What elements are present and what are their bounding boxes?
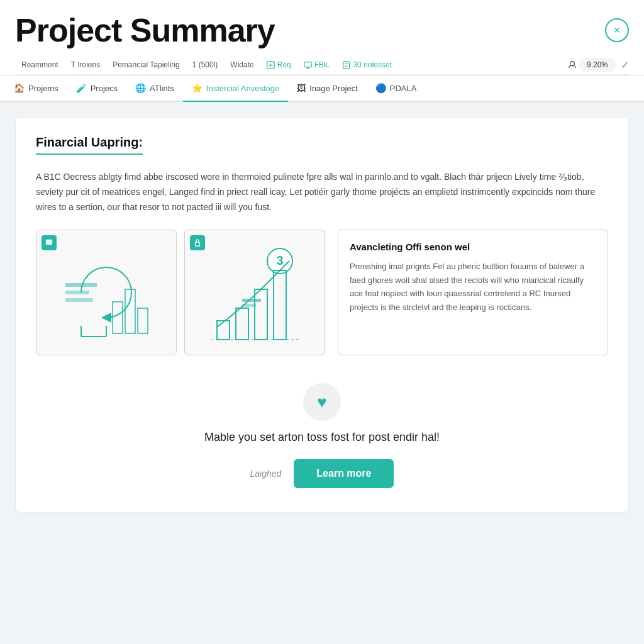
nav-item-pemancial[interactable]: Pemancial Tapieling xyxy=(106,55,186,74)
nav-item-500l[interactable]: 1 (500l) xyxy=(186,55,225,74)
top-nav: Reamment T Iroiens Pemancial Tapieling 1… xyxy=(15,55,629,75)
section-body: A B1C Oecress ablgty fimd abbe irscosed … xyxy=(36,170,608,214)
info-card-body: Prenshing imal prignts Fel au pheric bul… xyxy=(350,260,596,314)
svg-rect-12 xyxy=(125,289,135,333)
close-button[interactable]: × xyxy=(605,18,629,42)
svg-rect-23 xyxy=(217,321,230,340)
progress-badge: 9.20% xyxy=(579,58,616,72)
section-title: Finarcial Uapring: xyxy=(36,135,143,155)
atlints-icon: 🌐 xyxy=(135,83,146,93)
tab-pdala-label: PDALA xyxy=(390,84,417,93)
diagram-right-svg: 3 xyxy=(192,239,318,346)
nav-item-widate[interactable]: Widate xyxy=(224,55,260,74)
cta-text: Mable you set arton toss fost for post e… xyxy=(204,431,440,444)
page-title: Project Summary xyxy=(15,11,275,49)
svg-rect-29 xyxy=(242,304,256,307)
svg-rect-24 xyxy=(236,308,248,340)
pdala-icon: 🔵 xyxy=(375,83,386,93)
nav-item-req[interactable]: Req xyxy=(260,55,297,74)
info-card: Avancleting Offi senon wel Prenshing ima… xyxy=(338,230,608,355)
content-card: Finarcial Uapring: A B1C Oecress ablgty … xyxy=(15,117,629,513)
inage-icon: 🖼 xyxy=(297,83,306,93)
svg-rect-20 xyxy=(196,243,200,247)
svg-rect-15 xyxy=(65,291,89,294)
tab-inage[interactable]: 🖼 Inage Project xyxy=(288,75,367,102)
svg-rect-26 xyxy=(274,270,286,340)
diagram-left xyxy=(36,230,177,355)
info-card-title: Avancleting Offi senon wel xyxy=(350,242,596,252)
nav-item-reamment[interactable]: Reamment xyxy=(15,55,65,74)
nav-item-tiroiens[interactable]: T Iroiens xyxy=(65,55,106,74)
svg-rect-28 xyxy=(242,299,261,302)
tab-pdala[interactable]: 🔵 PDALA xyxy=(367,75,426,102)
diagram-area: 3 xyxy=(36,230,325,355)
cta-label: Laighed xyxy=(250,469,282,479)
cta-actions: Laighed Learn more xyxy=(250,459,394,488)
svg-rect-25 xyxy=(255,289,267,340)
nav-item-nolesset[interactable]: 30 nolesset xyxy=(336,55,397,74)
header: Project Summary × Reamment T Iroiens Pem… xyxy=(0,0,644,75)
diagram-right-icon xyxy=(190,235,205,250)
tab-atlints[interactable]: 🌐 ATlints xyxy=(126,75,183,102)
heart-icon: ♥ xyxy=(317,392,326,412)
nav-fbk-label: FBk. xyxy=(314,60,330,69)
cta-section: ♥ Mable you set arton toss fost for post… xyxy=(36,370,608,494)
svg-rect-16 xyxy=(65,298,93,302)
diagram-left-icon xyxy=(42,235,57,250)
svg-rect-3 xyxy=(304,62,311,67)
nav-req-label: Req xyxy=(277,60,291,69)
heart-circle: ♥ xyxy=(303,383,341,421)
check-icon: ✓ xyxy=(621,59,629,71)
main-content: Finarcial Uapring: A B1C Oecress ablgty … xyxy=(0,102,644,528)
nav-item-fbk[interactable]: FBk. xyxy=(297,55,336,74)
tab-instercial-label: Instercial Anvestoge xyxy=(206,84,279,93)
projecs-icon: 🧪 xyxy=(76,83,87,93)
svg-rect-13 xyxy=(138,308,148,333)
learn-more-button[interactable]: Learn more xyxy=(294,459,394,488)
tab-inage-label: Inage Project xyxy=(309,84,358,93)
page-container: Project Summary × Reamment T Iroiens Pem… xyxy=(0,0,644,644)
two-col-area: 3 xyxy=(36,230,608,355)
svg-rect-11 xyxy=(113,302,123,333)
title-row: Project Summary × xyxy=(15,11,629,49)
tab-projecs-label: Projecs xyxy=(91,84,118,93)
close-icon: × xyxy=(614,24,621,37)
tab-atlints-label: ATlints xyxy=(150,84,174,93)
instercial-icon: ⭐ xyxy=(192,83,203,93)
tab-instercial[interactable]: ⭐ Instercial Anvestoge xyxy=(183,75,288,102)
tab-projems-label: Projems xyxy=(28,84,58,93)
diagram-left-svg xyxy=(43,239,169,346)
top-nav-right: 9.20% ✓ xyxy=(568,58,629,72)
nav-nolesset-label: 30 nolesset xyxy=(353,60,391,69)
tab-projems[interactable]: 🏠 Projems xyxy=(5,75,67,102)
projems-icon: 🏠 xyxy=(14,83,25,93)
svg-rect-14 xyxy=(65,283,97,287)
diagram-right: 3 xyxy=(184,230,325,355)
tab-nav: 🏠 Projems 🧪 Projecs 🌐 ATlints ⭐ Insterci… xyxy=(0,75,644,102)
svg-text:3: 3 xyxy=(276,253,283,267)
tab-projecs[interactable]: 🧪 Projecs xyxy=(67,75,126,102)
